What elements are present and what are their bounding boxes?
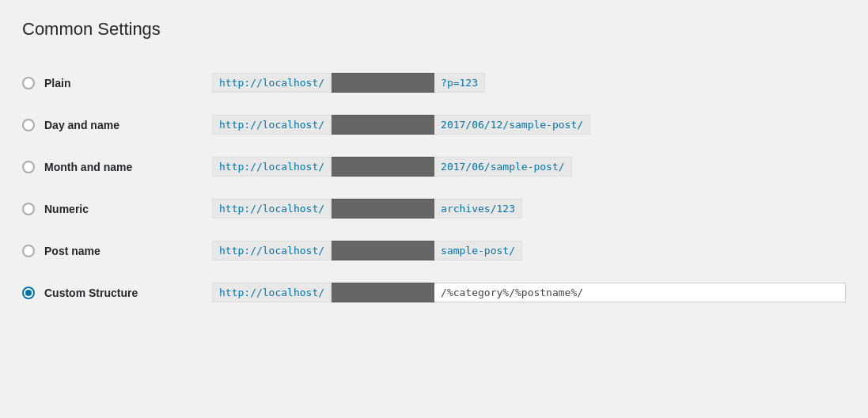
month-and-name-label[interactable]: Month and name [22, 161, 212, 173]
post-name-radio[interactable] [22, 245, 35, 257]
plain-label-text: Plain [44, 77, 70, 89]
post-name-row: Post name http://localhost/ sample-post/ [22, 230, 846, 272]
day-and-name-radio[interactable] [22, 119, 35, 131]
numeric-url-prefix: http://localhost/ [219, 203, 324, 215]
month-and-name-url-suffix-box: 2017/06/sample-post/ [434, 157, 572, 177]
post-name-url-prefix-box: http://localhost/ [212, 241, 332, 260]
month-and-name-url: http://localhost/ 2017/06/sample-post/ [212, 157, 572, 177]
numeric-row: Numeric http://localhost/ archives/123 [22, 188, 846, 230]
month-and-name-radio[interactable] [22, 161, 35, 173]
custom-structure-row: Custom Structure http://localhost/ [22, 272, 846, 314]
month-and-name-url-prefix-box: http://localhost/ [212, 157, 332, 177]
post-name-url: http://localhost/ sample-post/ [212, 241, 522, 260]
common-settings-section: Plain http://localhost/ ?p=123 Day and n… [22, 62, 846, 314]
post-name-url-prefix: http://localhost/ [219, 245, 324, 256]
month-and-name-url-suffix: 2017/06/sample-post/ [441, 161, 565, 173]
plain-label[interactable]: Plain [22, 77, 212, 89]
post-name-label[interactable]: Post name [22, 245, 212, 257]
day-and-name-url-prefix-box: http://localhost/ [212, 115, 332, 135]
page-title: Common Settings [22, 19, 846, 40]
day-and-name-url-prefix: http://localhost/ [219, 119, 324, 131]
month-and-name-url-prefix: http://localhost/ [219, 161, 324, 173]
month-and-name-label-text: Month and name [44, 161, 132, 173]
day-and-name-url-redacted [332, 115, 434, 135]
numeric-url-redacted [332, 199, 434, 218]
custom-structure-input[interactable] [434, 283, 846, 302]
plain-url-prefix-box: http://localhost/ [212, 73, 332, 93]
plain-url-suffix-box: ?p=123 [434, 73, 485, 93]
custom-structure-url-redacted [332, 283, 434, 302]
day-and-name-row: Day and name http://localhost/ 2017/06/1… [22, 104, 846, 146]
day-and-name-url-suffix: 2017/06/12/sample-post/ [441, 119, 583, 131]
plain-url: http://localhost/ ?p=123 [212, 73, 485, 93]
post-name-label-text: Post name [44, 245, 100, 257]
plain-url-redacted [332, 73, 434, 93]
custom-structure-url: http://localhost/ [212, 283, 846, 302]
numeric-url-prefix-box: http://localhost/ [212, 199, 332, 218]
custom-structure-url-prefix: http://localhost/ [219, 287, 324, 298]
plain-radio[interactable] [22, 77, 35, 89]
post-name-url-suffix-box: sample-post/ [434, 241, 522, 260]
custom-structure-label-text: Custom Structure [44, 287, 138, 299]
day-and-name-label-text: Day and name [44, 119, 119, 131]
post-name-url-suffix: sample-post/ [441, 245, 515, 256]
plain-url-prefix: http://localhost/ [219, 77, 324, 89]
day-and-name-label[interactable]: Day and name [22, 119, 212, 131]
plain-row: Plain http://localhost/ ?p=123 [22, 62, 846, 104]
numeric-url-suffix-box: archives/123 [434, 199, 522, 218]
custom-structure-radio[interactable] [22, 287, 35, 299]
day-and-name-url: http://localhost/ 2017/06/12/sample-post… [212, 115, 590, 135]
month-and-name-row: Month and name http://localhost/ 2017/06… [22, 146, 846, 188]
numeric-radio[interactable] [22, 203, 35, 215]
plain-url-suffix: ?p=123 [441, 77, 478, 89]
numeric-url: http://localhost/ archives/123 [212, 199, 522, 218]
custom-structure-label[interactable]: Custom Structure [22, 287, 212, 299]
numeric-label[interactable]: Numeric [22, 203, 212, 215]
month-and-name-url-redacted [332, 157, 434, 177]
post-name-url-redacted [332, 241, 434, 260]
day-and-name-url-suffix-box: 2017/06/12/sample-post/ [434, 115, 590, 135]
numeric-label-text: Numeric [44, 203, 89, 215]
custom-structure-url-prefix-box: http://localhost/ [212, 283, 332, 302]
numeric-url-suffix: archives/123 [441, 203, 515, 215]
